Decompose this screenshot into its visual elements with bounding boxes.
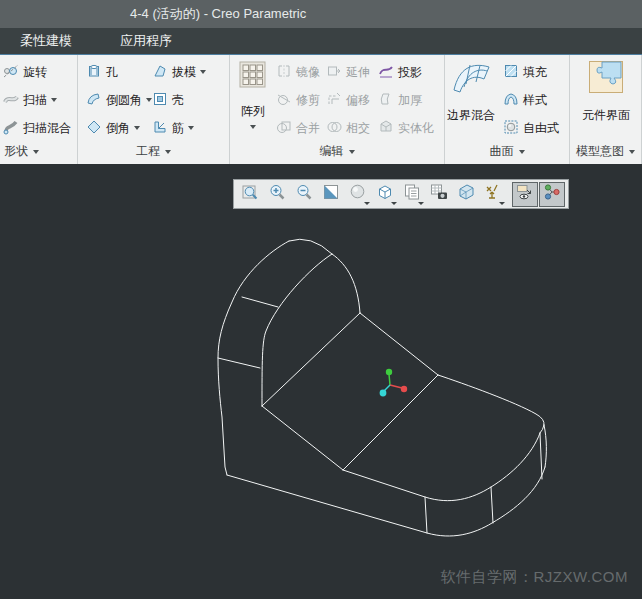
spin-center-triad bbox=[380, 369, 408, 397]
swept-blend-button[interactable]: 扫描混合 bbox=[3, 117, 71, 139]
solidify-icon bbox=[378, 119, 394, 138]
ribbon: 旋转 扫描 扫描混合 形状 bbox=[0, 55, 642, 164]
dropdown-arrow-icon bbox=[349, 150, 355, 154]
swept-blend-icon bbox=[3, 119, 19, 138]
display-style-button[interactable] bbox=[345, 182, 371, 207]
thicken-icon bbox=[378, 91, 394, 110]
creo-window: 4-4 (活动的) - Creo Parametric 柔性建模 应用程序 旋转… bbox=[0, 0, 642, 599]
zoom-in-button[interactable] bbox=[264, 182, 290, 207]
component-interface-icon bbox=[588, 60, 624, 97]
chamfer-button[interactable]: 倒角 bbox=[86, 117, 140, 139]
group-label-surfaces[interactable]: 曲面 bbox=[445, 143, 569, 160]
dropdown-corner-icon bbox=[364, 202, 370, 205]
zoom-out-button[interactable] bbox=[291, 182, 317, 207]
dropdown-corner-icon bbox=[391, 202, 397, 205]
trim-icon bbox=[276, 91, 292, 110]
capture-button[interactable] bbox=[426, 182, 452, 207]
perspective-icon bbox=[457, 183, 475, 205]
solidify-button: 实体化 bbox=[378, 117, 434, 139]
group-label-model-intent[interactable]: 模型意图 bbox=[570, 143, 641, 160]
perspective-button[interactable] bbox=[453, 182, 479, 207]
tab-flexible-modeling[interactable]: 柔性建模 bbox=[14, 28, 78, 54]
trim-button: 修剪 bbox=[276, 89, 320, 111]
merge-button: 合并 bbox=[276, 117, 320, 139]
hole-button[interactable]: 孔 bbox=[86, 61, 118, 83]
group-label-edit[interactable]: 编辑 bbox=[230, 143, 444, 160]
revolve-icon bbox=[3, 63, 19, 82]
intersect-button: 相交 bbox=[326, 117, 370, 139]
mirror-icon bbox=[276, 63, 292, 82]
style-button[interactable]: 样式 bbox=[503, 89, 547, 111]
ribbon-group-surfaces: 边界混合 填充 样式 自由式 曲面 bbox=[445, 55, 570, 164]
draft-button[interactable]: 拔模 bbox=[152, 61, 206, 83]
boundary-blend-icon bbox=[450, 60, 492, 97]
dropdown-arrow-icon bbox=[165, 150, 171, 154]
style-icon bbox=[503, 91, 519, 110]
project-button[interactable]: 投影 bbox=[378, 61, 422, 83]
spin-center-button[interactable] bbox=[539, 182, 565, 207]
annotation-display-button[interactable] bbox=[512, 182, 538, 207]
dropdown-corner-icon bbox=[499, 202, 505, 205]
extend-button: 延伸 bbox=[326, 61, 370, 83]
ribbon-group-engineering: 孔 倒圆角 倒角 拔模 壳 bbox=[78, 55, 230, 164]
annotation-display-icon bbox=[516, 183, 534, 205]
offset-button: 偏移 bbox=[326, 89, 370, 111]
draft-icon bbox=[152, 63, 168, 82]
window-title: 4-4 (活动的) - Creo Parametric bbox=[130, 0, 306, 28]
fill-button[interactable]: 填充 bbox=[503, 61, 547, 83]
capture-icon bbox=[430, 183, 448, 205]
ribbon-group-model-intent: 元件界面 模型意图 bbox=[570, 55, 642, 164]
component-interface-button[interactable]: 元件界面 bbox=[577, 60, 635, 124]
dropdown-arrow-icon bbox=[51, 98, 57, 102]
dropdown-arrow-icon bbox=[134, 126, 140, 130]
repaint-button[interactable] bbox=[318, 182, 344, 207]
saved-orientations-button[interactable] bbox=[372, 182, 398, 207]
zoom-out-icon bbox=[295, 183, 313, 205]
chamfer-icon bbox=[86, 119, 102, 138]
watermark: 软件自学网：RJZXW.COM bbox=[441, 568, 629, 587]
zoom-in-icon bbox=[268, 183, 286, 205]
sweep-icon bbox=[3, 91, 19, 110]
thicken-button: 加厚 bbox=[378, 89, 422, 111]
refit-icon bbox=[241, 183, 259, 205]
shell-icon bbox=[152, 91, 168, 110]
dropdown-arrow-icon bbox=[519, 150, 525, 154]
project-icon bbox=[378, 63, 394, 82]
freestyle-button[interactable]: 自由式 bbox=[503, 117, 559, 139]
dropdown-arrow-icon bbox=[33, 150, 39, 154]
hole-icon bbox=[86, 63, 102, 82]
dropdown-arrow-icon bbox=[188, 126, 194, 130]
dropdown-arrow-icon bbox=[629, 150, 635, 154]
round-button[interactable]: 倒圆角 bbox=[86, 89, 152, 111]
pattern-button[interactable]: 阵列 bbox=[234, 60, 272, 129]
freestyle-icon bbox=[503, 119, 519, 138]
title-bar: 4-4 (活动的) - Creo Parametric bbox=[0, 0, 642, 28]
tab-applications[interactable]: 应用程序 bbox=[114, 28, 178, 54]
repaint-icon bbox=[322, 183, 340, 205]
group-label-shapes[interactable]: 形状 bbox=[0, 143, 77, 160]
ribbon-group-shapes: 旋转 扫描 扫描混合 形状 bbox=[0, 55, 78, 164]
dropdown-arrow-icon bbox=[200, 70, 206, 74]
boundary-blend-button[interactable]: 边界混合 bbox=[446, 60, 496, 124]
intersect-icon bbox=[326, 119, 342, 138]
sweep-button[interactable]: 扫描 bbox=[3, 89, 57, 111]
shell-button[interactable]: 壳 bbox=[152, 89, 184, 111]
revolve-button[interactable]: 旋转 bbox=[3, 61, 47, 83]
model-wireframe bbox=[0, 164, 642, 599]
extend-icon bbox=[326, 63, 342, 82]
graphics-toolbar bbox=[233, 179, 569, 209]
merge-icon bbox=[276, 119, 292, 138]
rib-icon bbox=[152, 119, 168, 138]
spin-center-icon bbox=[543, 183, 561, 205]
dropdown-arrow-icon bbox=[250, 125, 256, 129]
view-manager-button[interactable] bbox=[399, 182, 425, 207]
round-icon bbox=[86, 91, 102, 110]
refit-button[interactable] bbox=[237, 182, 263, 207]
group-label-engineering[interactable]: 工程 bbox=[78, 143, 229, 160]
rib-button[interactable]: 筋 bbox=[152, 117, 194, 139]
datum-display-button[interactable] bbox=[480, 182, 506, 207]
fill-icon bbox=[503, 63, 519, 82]
viewport-3d[interactable]: 软件自学网：RJZXW.COM bbox=[0, 164, 642, 599]
dropdown-corner-icon bbox=[418, 202, 424, 205]
ribbon-tab-bar: 柔性建模 应用程序 bbox=[0, 28, 642, 55]
